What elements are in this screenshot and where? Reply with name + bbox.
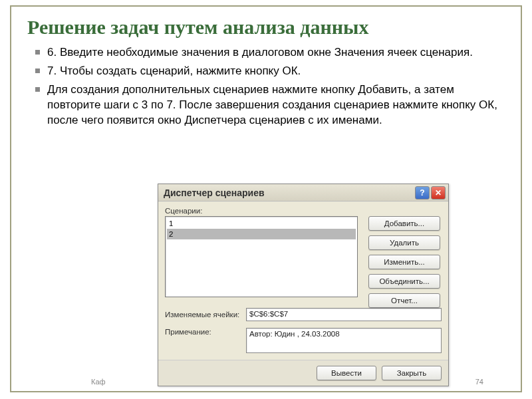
dialog-body: Сценарии: 1 2 Добавить... Удалить Измени… [158,201,448,360]
page-number: 74 [475,378,483,386]
dialog-footer: Вывести Закрыть [158,360,448,386]
dialog-title: Диспетчер сценариев [164,188,414,198]
bullet-list: 6. Введите необходимые значения в диалог… [27,45,505,128]
button-column: Добавить... Удалить Изменить... Объедини… [368,216,442,313]
bullet-item: 7. Чтобы создать сценарий, нажмите кнопк… [47,64,505,79]
scenarios-label: Сценарии: [165,207,442,215]
note-row: Примечание: Автор: Юдин , 24.03.2008 [165,328,442,353]
scenario-manager-dialog: Диспетчер сценариев ? ✕ Сценарии: 1 2 До… [158,184,449,386]
note-field[interactable]: Автор: Юдин , 24.03.2008 [246,328,442,353]
merge-button[interactable]: Объединить... [368,274,440,289]
help-button[interactable]: ? [415,186,430,200]
report-button[interactable]: Отчет... [368,293,440,308]
note-label: Примечание: [165,328,246,336]
delete-button[interactable]: Удалить [368,235,440,250]
slide-frame: Решение задач путем анализа данных 6. Вв… [10,5,522,392]
bullet-item: Для создания дополнительных сценариев на… [47,82,505,128]
scenarios-listbox[interactable]: 1 2 [165,216,358,297]
close-button[interactable]: Закрыть [382,366,442,380]
list-item[interactable]: 2 [167,229,356,239]
dialog-titlebar[interactable]: Диспетчер сценариев ? ✕ [158,184,448,201]
close-icon[interactable]: ✕ [431,186,446,200]
bullet-item: 6. Введите необходимые значения в диалог… [47,45,505,61]
cells-label: Изменяемые ячейки: [165,311,246,319]
footer-left: Каф [91,378,106,386]
edit-button[interactable]: Изменить... [368,255,440,269]
show-button[interactable]: Вывести [317,366,376,380]
list-item[interactable]: 1 [167,218,356,229]
slide-title: Решение задач путем анализа данных [27,16,505,39]
add-button[interactable]: Добавить... [368,216,440,231]
